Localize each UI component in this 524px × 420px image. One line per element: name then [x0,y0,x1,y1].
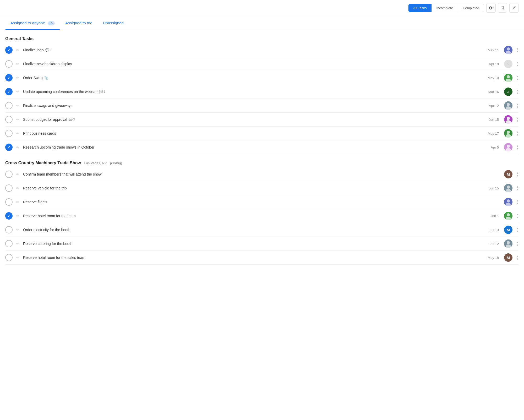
sort-arrows-3[interactable]: ▲ ▼ [516,75,519,81]
edit-icon-10[interactable]: ✏ [15,186,20,190]
arrow-down-10: ▼ [516,188,519,191]
edit-icon-13[interactable]: ✏ [15,228,20,232]
sort-arrows-13[interactable]: ▲ ▼ [516,227,519,233]
edit-icon-4[interactable]: ✏ [15,90,20,94]
task-checkbox-11[interactable] [5,198,13,206]
task-checkbox-5[interactable] [5,102,13,109]
table-row: ✏ Finalize logo 💬 2 May 11 ▲ ▼ [5,43,519,57]
filter-completed[interactable]: Completed [458,4,484,12]
task-label-5: Finalize swags and giveaways [23,103,484,108]
task-checkbox-3[interactable] [5,74,13,81]
task-label-9: Confirm team members that will attend th… [23,172,484,176]
arrow-down-14: ▼ [516,244,519,247]
sort-arrows-11[interactable]: ▲ ▼ [516,199,519,205]
avatar-13: M [504,226,512,234]
sort-arrows-1[interactable]: ▲ ▼ [516,47,519,53]
svg-point-7 [507,103,510,106]
table-row: ✏ Order Swag 📎 May 10 ▲ ▼ [5,71,519,85]
refresh-button[interactable]: ↺ [509,3,519,13]
edit-icon-15[interactable]: ✏ [15,255,20,260]
tab-assigned-anyone[interactable]: Assigned to anyone 55 [5,16,60,30]
edit-icon-11[interactable]: ✏ [15,200,20,204]
arrow-up-9: ▲ [516,172,519,174]
task-checkbox-6[interactable] [5,116,13,123]
arrow-up-10: ▲ [516,186,519,188]
section-status: (Going) [110,161,122,165]
arrow-up-4: ▲ [516,89,519,92]
arrow-up-13: ▲ [516,227,519,230]
task-date-3: May 10 [487,76,499,80]
task-checkbox-10[interactable] [5,184,13,192]
filter-settings-button[interactable]: ⚙ ▾ [486,3,496,13]
task-label-8: Research upcoming trade shows in October [23,145,484,149]
table-row: ✏ Reserve flights ▲ ▼ [5,195,519,209]
avatar-8 [504,143,512,151]
filter-all-tasks[interactable]: All Tasks [408,4,432,12]
table-row: ✏ Reserve catering for the booth Jul 12 … [5,237,519,251]
svg-point-28 [507,241,510,244]
arrow-down-11: ▼ [516,202,519,205]
table-row: ✏ Submit budget for approval 💬 3 Jun 15 … [5,113,519,127]
table-row: ✏ Confirm team members that will attend … [5,167,519,181]
sort-arrows-9[interactable]: ▲ ▼ [516,172,519,177]
comment-icon-6: 💬 [69,118,73,121]
comment-icon-1: 💬 [45,48,49,52]
tab-badge-anyone: 55 [48,21,55,25]
refresh-icon: ↺ [512,6,516,10]
edit-icon-12[interactable]: ✏ [15,214,20,218]
sort-arrows-15[interactable]: ▲ ▼ [516,255,519,260]
arrow-up-5: ▲ [516,103,519,106]
table-row: ✏ Reserve vehicle for the trip Jun 15 ▲ … [5,181,519,195]
sort-arrows-4[interactable]: ▲ ▼ [516,89,519,95]
tab-unassigned[interactable]: Unassigned [98,16,129,30]
task-checkbox-13[interactable] [5,226,13,233]
table-row: ✏ Reserve hotel room for the sales team … [5,251,519,265]
edit-icon-9[interactable]: ✏ [15,172,20,176]
task-checkbox-2[interactable] [5,60,13,68]
sort-arrows-6[interactable]: ▲ ▼ [516,117,519,122]
edit-icon-2[interactable]: ✏ [15,62,20,66]
sort-arrows-2[interactable]: ▲ ▼ [516,61,519,67]
edit-icon-3[interactable]: ✏ [15,76,20,80]
arrow-up-8: ▲ [516,145,519,147]
task-label-12: Reserve hotel room for the team [23,214,484,218]
filter-icon: ⚙ [489,6,492,10]
arrow-down-13: ▼ [516,230,519,233]
task-checkbox-1[interactable] [5,46,13,54]
sort-icon: ⇅ [501,6,504,10]
sort-arrows-5[interactable]: ▲ ▼ [516,103,519,108]
task-checkbox-9[interactable] [5,171,13,178]
sort-arrows-8[interactable]: ▲ ▼ [516,145,519,150]
task-checkbox-4[interactable] [5,88,13,95]
task-checkbox-15[interactable] [5,254,13,261]
task-label-4: Update upcoming conferences on the websi… [23,90,484,94]
main-content: General Tasks ✏ Finalize logo 💬 2 May 11… [0,30,524,265]
edit-icon-8[interactable]: ✏ [15,145,20,149]
table-row: ✏ Print business cards May 17 ▲ ▼ [5,127,519,140]
task-checkbox-7[interactable] [5,130,13,137]
sort-arrows-10[interactable]: ▲ ▼ [516,186,519,191]
task-checkbox-12[interactable] [5,212,13,220]
task-label-6: Submit budget for approval 💬 3 [23,117,484,122]
sort-button[interactable]: ⇅ [498,3,507,13]
edit-icon-1[interactable]: ✏ [15,48,20,52]
task-date-8: Apr 5 [487,145,499,149]
filter-incomplete[interactable]: Incomplete [432,4,458,12]
tab-assigned-me[interactable]: Assigned to me [60,16,97,30]
sort-arrows-7[interactable]: ▲ ▼ [516,131,519,136]
task-date-7: May 17 [487,132,499,135]
edit-icon-7[interactable]: ✏ [15,131,20,135]
svg-point-22 [507,199,510,203]
task-filter-group: All Tasks Incomplete Completed [408,4,484,12]
edit-icon-5[interactable]: ✏ [15,103,20,108]
avatar-10 [504,184,512,192]
sort-arrows-12[interactable]: ▲ ▼ [516,213,519,219]
avatar-5 [504,101,512,110]
edit-icon-6[interactable]: ✏ [15,117,20,122]
task-checkbox-8[interactable] [5,144,13,151]
section-general-tasks: General Tasks [5,30,519,43]
edit-icon-14[interactable]: ✏ [15,242,20,246]
task-checkbox-14[interactable] [5,240,13,247]
table-row: ✏ Finalize new backdrop display Apr 19 ▲… [5,57,519,71]
sort-arrows-14[interactable]: ▲ ▼ [516,241,519,247]
